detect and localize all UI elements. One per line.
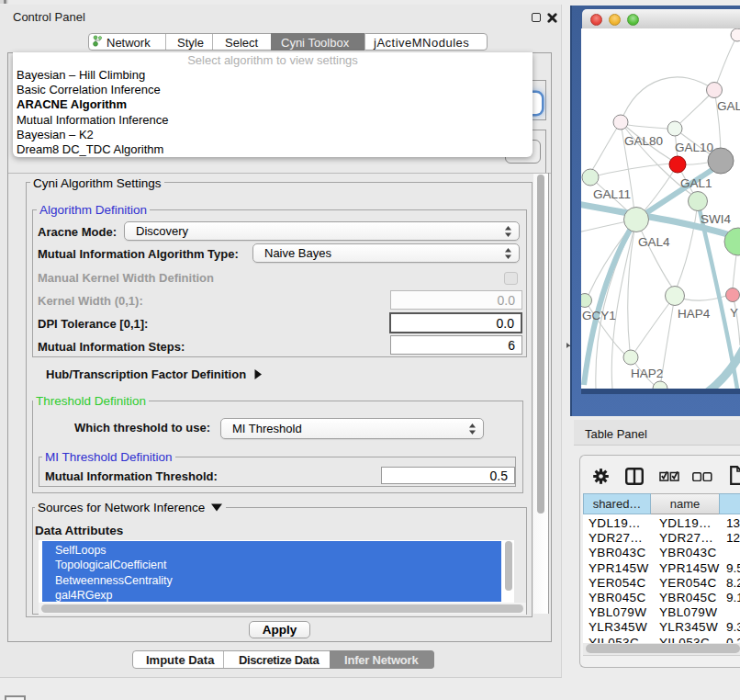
svg-text:SWI4: SWI4 [701, 212, 731, 226]
svg-text:GCY1: GCY1 [582, 309, 616, 322]
svg-text:Y: Y [730, 306, 738, 320]
svg-text:GAL1: GAL1 [680, 176, 712, 190]
svg-text:GAL: GAL [717, 99, 740, 113]
svg-text:HAP4: HAP4 [678, 307, 711, 321]
svg-text:GAL80: GAL80 [624, 134, 663, 148]
svg-text:HAP2: HAP2 [631, 367, 663, 380]
svg-text:GAL10: GAL10 [675, 141, 713, 154]
svg-text:GAL11: GAL11 [593, 187, 631, 201]
svg-text:GAL4: GAL4 [638, 235, 670, 249]
